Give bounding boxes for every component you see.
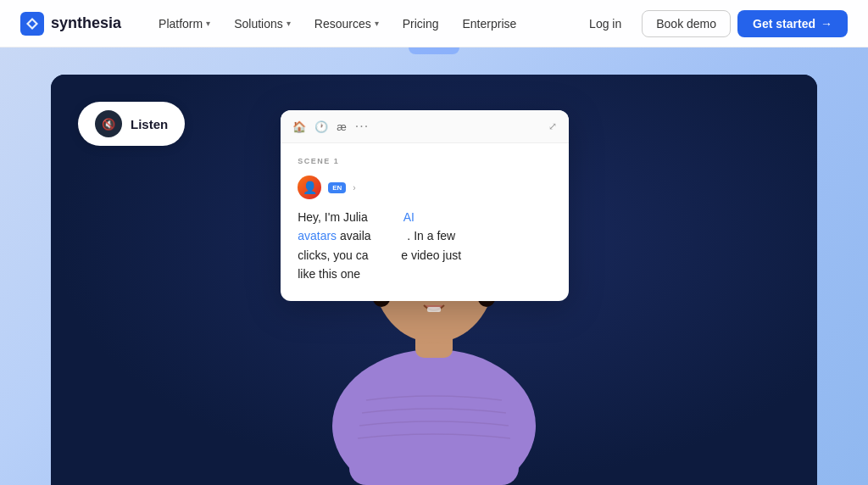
chevron-down-icon: ▾ xyxy=(375,19,379,28)
highlight-avatars: avatars xyxy=(298,229,337,242)
nav-solutions[interactable]: Solutions ▾ xyxy=(224,12,301,36)
arrow-icon: → xyxy=(821,17,832,31)
brand-name: synthesia xyxy=(51,14,121,32)
speaker-icon: 🔇 xyxy=(95,110,122,137)
nav-platform[interactable]: Platform ▾ xyxy=(148,12,220,36)
editor-toolbar: 🏠 🕐 æ ··· ⤢ xyxy=(281,110,569,143)
more-options-icon[interactable]: ··· xyxy=(355,119,369,134)
login-button[interactable]: Log in xyxy=(576,11,635,36)
svg-rect-2 xyxy=(349,375,519,485)
nav-pricing[interactable]: Pricing xyxy=(392,12,449,36)
clock-icon[interactable]: 🕐 xyxy=(314,120,328,133)
listen-label: Listen xyxy=(131,117,168,131)
chevron-down-icon: ▾ xyxy=(287,19,291,28)
highlight-ai: AI xyxy=(403,210,415,224)
svg-rect-22 xyxy=(427,307,441,312)
logo[interactable]: synthesia xyxy=(20,12,121,36)
avatar-row: 👤 EN › xyxy=(298,176,552,199)
chevron-right-icon: › xyxy=(353,183,355,192)
nav-resources[interactable]: Resources ▾ xyxy=(304,12,389,36)
avatar-thumbnail[interactable]: 👤 xyxy=(298,176,321,199)
editor-body: SCENE 1 👤 EN › Hey, I'm Julia AI avatars… xyxy=(281,143,569,301)
nav-right: Log in Book demo Get started → xyxy=(576,10,848,37)
synthesia-logo-icon xyxy=(20,12,44,36)
ae-icon[interactable]: æ xyxy=(337,120,347,133)
chevron-down-icon: ▾ xyxy=(206,19,210,28)
listen-button[interactable]: 🔇 Listen xyxy=(78,102,185,146)
navbar: synthesia Platform ▾ Solutions ▾ Resourc… xyxy=(0,0,868,47)
nav-enterprise[interactable]: Enterprise xyxy=(452,12,526,36)
home-icon[interactable]: 🏠 xyxy=(292,120,306,133)
expand-icon[interactable]: ⤢ xyxy=(548,120,557,132)
video-container: 🔇 Listen 🏠 🕐 æ ··· ⤢ SCENE 1 👤 EN › Hey,… xyxy=(51,75,817,485)
book-demo-button[interactable]: Book demo xyxy=(642,10,731,37)
scene-label: SCENE 1 xyxy=(298,157,552,165)
script-text: Hey, I'm Julia AI avatars availa . In a … xyxy=(298,208,552,284)
get-started-button[interactable]: Get started → xyxy=(737,10,848,37)
language-badge: EN xyxy=(328,182,346,193)
nav-links: Platform ▾ Solutions ▾ Resources ▾ Prici… xyxy=(148,12,576,36)
editor-panel: 🏠 🕐 æ ··· ⤢ SCENE 1 👤 EN › Hey, I'm Juli… xyxy=(281,110,569,301)
